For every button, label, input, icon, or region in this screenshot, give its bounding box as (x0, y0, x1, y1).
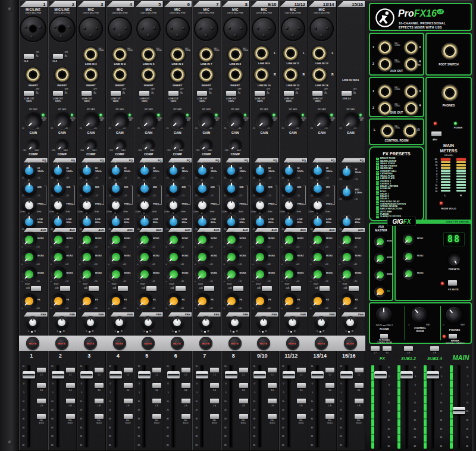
pan-knob[interactable] (55, 316, 68, 329)
control-room-knob[interactable] (409, 304, 431, 326)
low-cut-switch[interactable] (82, 91, 92, 96)
low-cut-switch[interactable] (139, 91, 149, 96)
assign-3-4-button[interactable] (325, 383, 334, 388)
assign-1-2-button[interactable] (95, 368, 104, 372)
usb-3-4-switch[interactable] (342, 91, 352, 96)
mute-button[interactable]: MUTE (257, 337, 270, 350)
eq-hi-knob[interactable] (311, 164, 325, 178)
mute-button[interactable]: MUTE (113, 337, 126, 350)
channel-fader[interactable] (311, 371, 324, 378)
pan-knob[interactable] (286, 316, 299, 329)
post-pre-switch[interactable] (118, 286, 128, 291)
blend-knob[interactable] (376, 307, 392, 322)
assign-1-2-button[interactable] (181, 368, 190, 372)
channel-fader[interactable] (340, 371, 353, 378)
eq-hi-knob[interactable] (282, 164, 296, 178)
assign-3-4-button[interactable] (355, 383, 364, 388)
fx-mute-switch[interactable] (448, 280, 457, 286)
eq-low-knob[interactable] (80, 215, 94, 229)
break-button[interactable] (449, 334, 457, 339)
pfl-solo-button[interactable] (210, 414, 219, 419)
gigfx-mon3-knob[interactable] (400, 265, 417, 282)
assign-l-r-button[interactable] (66, 399, 75, 403)
eq-mid-knob[interactable] (80, 181, 94, 196)
eq-mid-knob[interactable] (311, 181, 325, 196)
presets-knob[interactable] (446, 251, 462, 267)
low-cut-switch[interactable] (255, 91, 265, 96)
assign-l-r-button[interactable] (124, 399, 133, 403)
assign-3-4-button[interactable] (66, 383, 75, 388)
post-pre-switch[interactable] (204, 286, 214, 291)
assign-l-r-button[interactable] (355, 399, 364, 403)
channel-fader[interactable] (196, 371, 208, 378)
mute-button[interactable]: MUTE (286, 337, 299, 350)
eq-mid-knob[interactable] (109, 181, 123, 196)
post-pre-switch[interactable] (349, 286, 359, 291)
eq-mid-knob[interactable] (51, 181, 65, 196)
assign-1-2-button[interactable] (66, 368, 75, 372)
eq-mid-knob[interactable] (340, 185, 354, 199)
pan-knob[interactable] (142, 316, 155, 329)
eq-hi-knob[interactable] (340, 165, 354, 179)
gigfx-mon2-knob[interactable] (400, 248, 417, 265)
channel-fader[interactable] (138, 371, 151, 378)
assign-1-2-button[interactable] (239, 368, 248, 372)
eq-hi-knob[interactable] (51, 164, 65, 178)
fx-assign-1-2-button[interactable] (371, 346, 380, 351)
eq-hi-knob[interactable] (80, 164, 94, 178)
post-pre-switch[interactable] (31, 286, 41, 291)
assign-3-4-button[interactable] (37, 383, 46, 388)
pfl-solo-button[interactable] (66, 414, 75, 419)
post-pre-switch[interactable] (60, 286, 70, 291)
eq-hi-knob[interactable] (167, 164, 181, 178)
pan-knob[interactable] (113, 316, 126, 329)
pfl-solo-button[interactable] (95, 414, 104, 419)
post-pre-switch[interactable] (146, 286, 156, 291)
mute-button[interactable]: MUTE (55, 337, 68, 350)
assign-1-2-button[interactable] (355, 368, 364, 372)
eq-low-knob[interactable] (195, 215, 209, 229)
aux-master-mon3-knob[interactable] (372, 267, 389, 283)
post-pre-switch[interactable] (176, 286, 186, 291)
low-cut-switch[interactable] (111, 91, 121, 96)
assign-l-r-button[interactable] (297, 399, 306, 403)
pan-knob[interactable] (344, 316, 357, 329)
pfl-solo-button[interactable] (355, 414, 364, 419)
assign-3-4-button[interactable] (124, 383, 133, 388)
assign-l-r-button[interactable] (239, 399, 248, 403)
assign-1-2-button[interactable] (152, 368, 161, 372)
mute-button[interactable]: MUTE (228, 337, 242, 350)
assign-3-4-button[interactable] (210, 383, 219, 388)
hi-z-switch[interactable] (24, 54, 34, 59)
mute-button[interactable]: MUTE (142, 337, 155, 350)
assign-1-2-button[interactable] (210, 368, 219, 372)
pfl-solo-button[interactable] (37, 414, 46, 419)
assign-l-r-button[interactable] (152, 399, 161, 403)
to-phones-control-room-button[interactable] (380, 334, 388, 339)
mute-button[interactable]: MUTE (344, 337, 357, 350)
assign-1-2-button[interactable] (297, 368, 306, 372)
eq-mid-knob[interactable] (195, 181, 209, 196)
channel-fader[interactable] (253, 371, 266, 378)
low-cut-switch[interactable] (226, 91, 236, 96)
eq-hi-knob[interactable] (224, 164, 239, 178)
post-pre-switch[interactable] (320, 286, 330, 291)
post-pre-switch[interactable] (233, 286, 243, 291)
channel-fader[interactable] (23, 371, 35, 378)
assign-l-r-button[interactable] (37, 399, 46, 403)
eq-hi-knob[interactable] (137, 164, 152, 178)
eq-hi-knob[interactable] (253, 164, 267, 178)
low-cut-switch[interactable] (197, 91, 207, 96)
mute-button[interactable]: MUTE (84, 337, 97, 350)
assign-3-4-button[interactable] (268, 383, 277, 388)
eq-hi-knob[interactable] (195, 164, 209, 178)
mute-button[interactable]: MUTE (315, 337, 328, 350)
assign-1-2-button[interactable] (124, 368, 133, 372)
low-cut-switch[interactable] (53, 91, 63, 96)
assign-1-2-button[interactable] (37, 368, 46, 372)
low-cut-switch[interactable] (312, 91, 322, 96)
assign-l-r-button[interactable] (95, 399, 104, 403)
pfl-solo-button[interactable] (124, 414, 133, 419)
assign-1-2-button[interactable] (325, 368, 334, 372)
eq-low-knob[interactable] (253, 215, 267, 229)
